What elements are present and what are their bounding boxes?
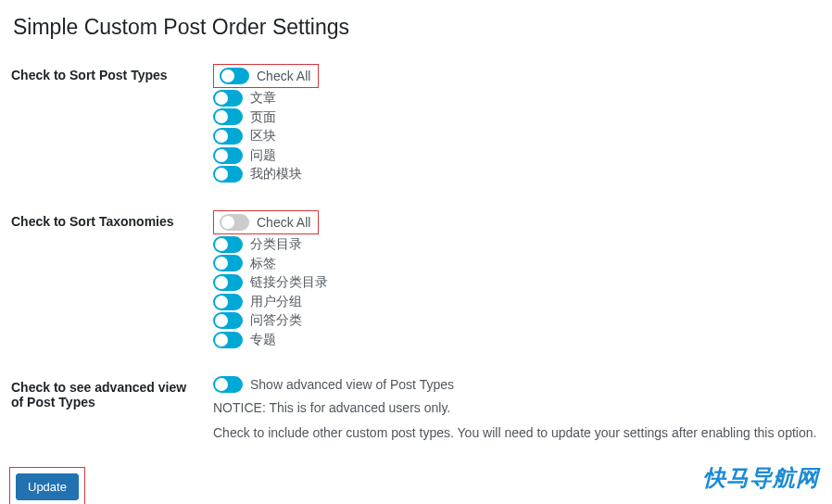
toggle-taxonomy-4[interactable]: [213, 312, 243, 329]
taxonomy-label-0: 分类目录: [250, 235, 302, 254]
toggle-post-type-1[interactable]: [213, 108, 243, 125]
advanced-toggle-row: Show advanced view of Post Types: [213, 376, 823, 395]
post-type-label-4: 我的模块: [250, 165, 302, 183]
toggle-advanced-view[interactable]: [213, 376, 243, 393]
toggle-taxonomy-2[interactable]: [213, 274, 243, 291]
settings-table: Check to Sort Post Types Check All 文章 页面…: [0, 53, 832, 458]
post-type-label-2: 区块: [250, 127, 276, 145]
section-advanced: Check to see advanced view of Post Types…: [0, 365, 832, 458]
advanced-notice-2: Check to include other custom post types…: [213, 422, 823, 443]
taxonomy-item: 标签: [213, 255, 823, 273]
toggle-taxonomy-0[interactable]: [213, 236, 243, 253]
watermark-text: 快马导航网: [703, 463, 819, 493]
section-taxonomies: Check to Sort Taxonomies Check All 分类目录 …: [0, 199, 832, 365]
taxonomies-check-all-highlight: Check All: [213, 210, 319, 234]
taxonomy-label-1: 标签: [250, 255, 276, 273]
taxonomy-label-5: 专题: [250, 331, 276, 349]
taxonomies-check-all-label: Check All: [257, 215, 310, 230]
toggle-post-type-0[interactable]: [213, 90, 243, 107]
toggle-post-type-3[interactable]: [213, 147, 243, 164]
post-types-check-all-label: Check All: [257, 69, 310, 83]
post-type-label-1: 页面: [250, 108, 276, 127]
post-type-label-3: 问题: [250, 146, 276, 165]
taxonomy-label-2: 链接分类目录: [250, 273, 328, 292]
post-type-item: 页面: [213, 108, 823, 127]
post-types-check-all-toggle[interactable]: [220, 68, 249, 84]
section-advanced-label: Check to see advanced view of Post Types: [0, 365, 204, 458]
taxonomy-item: 问答分类: [213, 311, 823, 330]
post-type-item: 我的模块: [213, 165, 823, 183]
post-type-item: 问题: [213, 146, 823, 165]
taxonomy-item: 专题: [213, 331, 823, 349]
post-type-label-0: 文章: [250, 89, 276, 107]
taxonomy-label-4: 问答分类: [250, 311, 302, 330]
post-type-item: 区块: [213, 127, 823, 145]
page-title: Simple Custom Post Order Settings: [0, 0, 832, 53]
taxonomies-check-all-toggle[interactable]: [220, 214, 249, 231]
toggle-taxonomy-1[interactable]: [213, 255, 243, 271]
taxonomy-item: 链接分类目录: [213, 273, 823, 292]
post-type-item: 文章: [213, 89, 823, 107]
toggle-taxonomy-3[interactable]: [213, 294, 243, 310]
section-taxonomies-label: Check to Sort Taxonomies: [0, 199, 204, 365]
toggle-post-type-4[interactable]: [213, 166, 243, 183]
section-post-types-label: Check to Sort Post Types: [0, 53, 204, 199]
toggle-taxonomy-5[interactable]: [213, 332, 243, 348]
taxonomy-label-3: 用户分组: [250, 293, 302, 311]
post-types-check-all-highlight: Check All: [213, 64, 319, 88]
submit-highlight: Update: [9, 467, 85, 504]
toggle-post-type-2[interactable]: [213, 128, 243, 145]
taxonomy-item: 用户分组: [213, 293, 823, 311]
update-button[interactable]: Update: [16, 473, 79, 500]
taxonomy-item: 分类目录: [213, 235, 823, 254]
advanced-notice-1: NOTICE: This is for advanced users only.: [213, 397, 823, 418]
advanced-toggle-label: Show advanced view of Post Types: [250, 376, 454, 395]
section-post-types: Check to Sort Post Types Check All 文章 页面…: [0, 53, 832, 199]
